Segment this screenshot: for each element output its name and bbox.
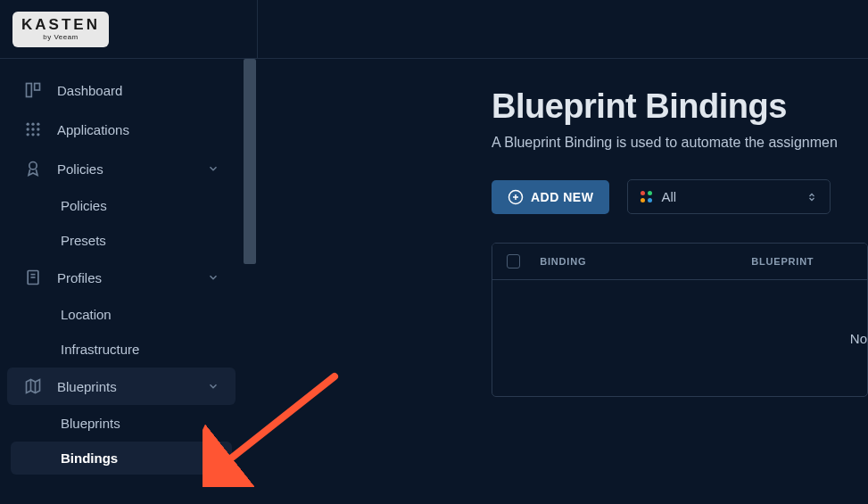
table-body: No	[492, 280, 867, 396]
app-header: KASTEN by Veeam	[0, 0, 868, 59]
page-title: Blueprint Bindings	[492, 87, 868, 126]
filter-select[interactable]: All	[627, 179, 831, 214]
logo-text: KASTEN	[21, 17, 100, 32]
chevron-down-icon	[207, 380, 219, 392]
sidebar-label: Presets	[61, 233, 106, 248]
button-label: ADD NEW	[531, 190, 593, 204]
sidebar-item-dashboard[interactable]: Dashboard	[7, 71, 236, 109]
controls-row: ADD NEW All	[492, 179, 868, 214]
chevron-down-icon	[207, 271, 219, 284]
svg-point-5	[27, 128, 29, 130]
sidebar-label: Policies	[57, 161, 103, 177]
dashboard-icon	[23, 80, 43, 100]
sidebar-label: Blueprints	[57, 379, 117, 394]
svg-point-9	[31, 133, 34, 136]
svg-point-11	[29, 162, 37, 169]
add-new-button[interactable]: ADD NEW	[492, 180, 609, 214]
sidebar-item-profiles[interactable]: Profiles	[7, 259, 236, 296]
sidebar-item-policies[interactable]: Policies	[7, 150, 236, 187]
sidebar-label: Policies	[61, 198, 107, 213]
sidebar-subitem-infrastructure[interactable]: Infrastructure	[11, 333, 232, 366]
kasten-logo[interactable]: KASTEN by Veeam	[12, 12, 109, 47]
sidebar-label: Applications	[57, 122, 129, 137]
sidebar-label: Dashboard	[57, 83, 122, 98]
svg-rect-0	[27, 84, 32, 97]
bindings-table: BINDING BLUEPRINT No	[492, 243, 868, 397]
svg-point-3	[31, 123, 34, 126]
sidebar-label: Blueprints	[61, 416, 120, 431]
sidebar-subitem-presets[interactable]: Presets	[11, 224, 232, 257]
sidebar-subitem-location[interactable]: Location	[11, 298, 232, 331]
svg-point-7	[37, 128, 39, 130]
svg-point-8	[27, 133, 29, 136]
main-content: Blueprint Bindings A Blueprint Binding i…	[244, 59, 868, 504]
svg-point-10	[37, 133, 39, 136]
svg-point-4	[37, 123, 39, 126]
sidebar-item-applications[interactable]: Applications	[7, 111, 236, 148]
apps-icon	[23, 120, 43, 139]
col-header-blueprint[interactable]: BLUEPRINT	[751, 256, 853, 267]
sidebar-scrollbar[interactable]	[244, 59, 256, 504]
col-header-binding[interactable]: BINDING	[540, 256, 751, 267]
sidebar-subitem-bindings[interactable]: Bindings	[11, 442, 232, 475]
svg-marker-15	[27, 380, 40, 393]
sidebar-label: Infrastructure	[61, 342, 139, 357]
no-data-label: No	[850, 331, 867, 346]
sidebar-subitem-policies[interactable]: Policies	[11, 189, 232, 222]
select-all-checkbox[interactable]	[507, 254, 520, 269]
plus-circle-icon	[508, 189, 524, 205]
logo-subtext: by Veeam	[43, 33, 79, 41]
table-header: BINDING BLUEPRINT	[492, 244, 867, 280]
filter-label: All	[661, 189, 798, 204]
sidebar-subitem-blueprints[interactable]: Blueprints	[11, 407, 232, 440]
sidebar-label: Location	[61, 307, 112, 322]
sort-icon	[806, 192, 817, 202]
sidebar: Dashboard Applications Policies	[0, 59, 244, 504]
filter-dots-icon	[641, 191, 652, 202]
sidebar-label: Profiles	[57, 270, 102, 285]
svg-point-6	[31, 128, 34, 130]
page-description: A Blueprint Binding is used to automate …	[492, 135, 868, 151]
svg-rect-1	[35, 84, 40, 91]
badge-icon	[23, 159, 43, 178]
svg-point-2	[27, 123, 29, 126]
scrollbar-thumb[interactable]	[244, 59, 256, 264]
map-icon	[23, 376, 43, 396]
document-icon	[23, 268, 43, 287]
sidebar-item-blueprints[interactable]: Blueprints	[7, 368, 236, 405]
sidebar-label: Bindings	[61, 450, 118, 466]
chevron-down-icon	[207, 162, 219, 175]
